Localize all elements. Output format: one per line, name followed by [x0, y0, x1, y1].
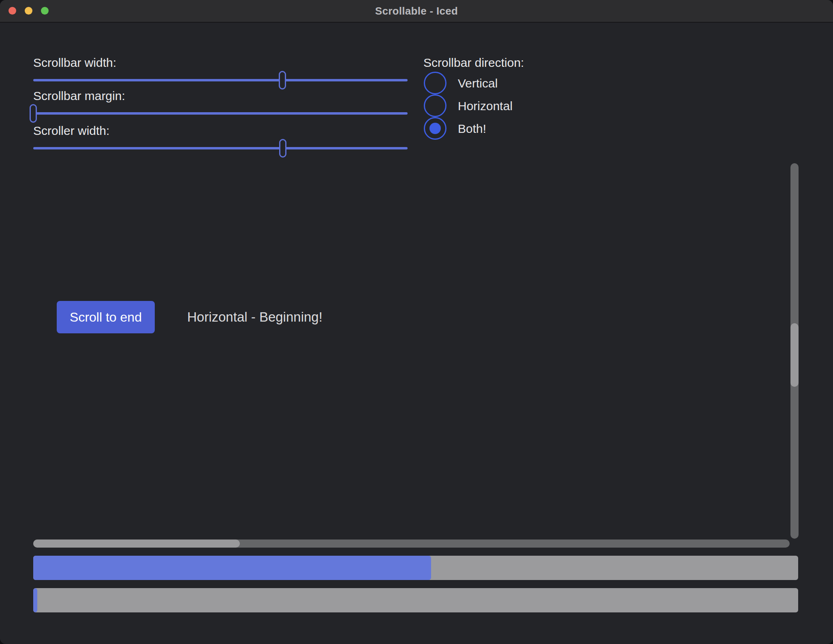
app-window: Scrollable - Iced Scrollbar width: Scrol… — [0, 0, 833, 644]
radio-horizontal-label[interactable]: Horizontal — [458, 99, 513, 113]
horizontal-scroll-progress-bar — [33, 588, 798, 612]
slider-handle[interactable] — [279, 71, 286, 90]
radio-dot — [429, 123, 441, 134]
titlebar: Scrollable - Iced — [0, 0, 833, 23]
slider-handle[interactable] — [279, 139, 286, 158]
window-title: Scrollable - Iced — [375, 5, 458, 17]
progress-fill — [33, 588, 37, 612]
scrollbar-direction-label: Scrollbar direction: — [423, 56, 524, 70]
slider-rail[interactable] — [33, 147, 408, 149]
horizontal-scrollbar-track[interactable] — [33, 540, 790, 548]
scrollbar-width-slider[interactable] — [33, 71, 408, 90]
scroller-width-slider[interactable] — [33, 139, 408, 158]
vertical-scrollbar-track[interactable] — [790, 163, 799, 539]
progress-fill — [33, 556, 431, 580]
traffic-lights — [9, 7, 49, 15]
zoom-button[interactable] — [41, 7, 49, 15]
radio-both[interactable] — [424, 117, 446, 140]
scrollbar-margin-label: Scrollbar margin: — [33, 89, 125, 103]
radio-vertical-label[interactable]: Vertical — [458, 77, 498, 90]
slider-rail[interactable] — [33, 79, 408, 81]
slider-handle[interactable] — [30, 104, 37, 123]
scrollbar-width-label: Scrollbar width: — [33, 56, 116, 70]
scroll-to-end-button[interactable]: Scroll to end — [57, 301, 155, 333]
radio-vertical[interactable] — [424, 72, 446, 94]
scroll-status-text: Horizontal - Beginning! — [187, 309, 323, 325]
vertical-scrollbar-thumb[interactable] — [790, 323, 799, 387]
scroller-width-label: Scroller width: — [33, 124, 109, 138]
radio-horizontal[interactable] — [424, 94, 446, 117]
radio-both-label[interactable]: Both! — [458, 122, 486, 136]
slider-rail[interactable] — [33, 112, 408, 115]
close-button[interactable] — [9, 7, 16, 15]
scrollbar-margin-slider[interactable] — [33, 104, 408, 123]
horizontal-scrollbar-thumb[interactable] — [33, 540, 240, 548]
minimize-button[interactable] — [25, 7, 32, 15]
vertical-scroll-progress-bar — [33, 556, 798, 580]
